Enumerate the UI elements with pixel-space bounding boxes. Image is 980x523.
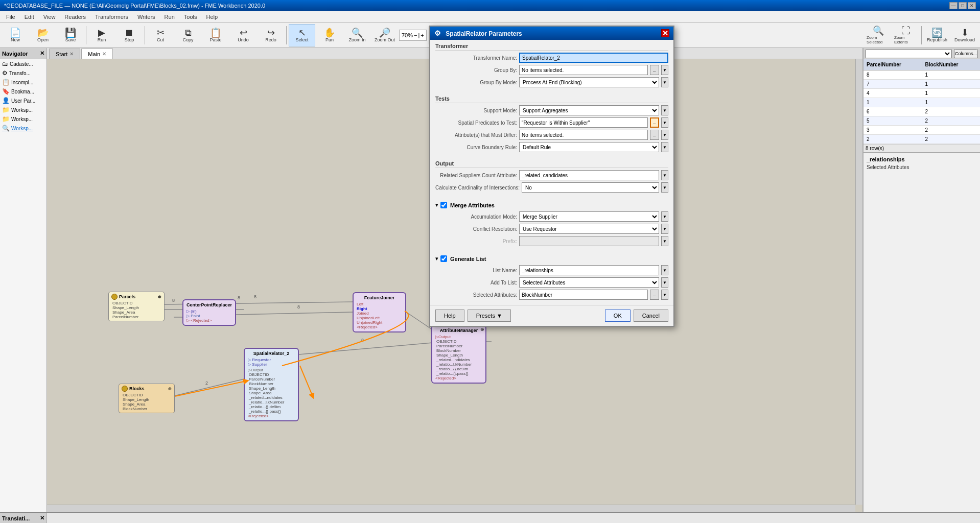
group-by-browse-button[interactable]: ... [650,65,659,75]
menu-edit[interactable]: Edit [20,13,38,21]
spatial-predicates-browse-button[interactable]: ... [650,117,659,128]
spatial-relator-node[interactable]: SpatialRelator_2 ▷ Requestor ▷ Supplier … [244,348,299,421]
menu-help[interactable]: Help [202,13,222,21]
download-button[interactable]: ⬇ Download [951,24,978,46]
list-name-dropdown[interactable]: ▼ [661,265,668,275]
merge-attributes-checkbox[interactable] [440,202,447,208]
related-suppliers-dropdown[interactable]: ▼ [661,170,668,180]
selected-attributes-browse-button[interactable]: ... [650,290,659,300]
feature-joiner-node[interactable]: FeatureJoiner Left Right Joined Unjoined… [353,292,406,332]
tab-main-close[interactable]: ✕ [102,51,106,57]
curve-boundary-dropdown[interactable]: ▼ [661,142,668,152]
horizontal-scrollbar[interactable] [47,505,855,512]
menu-tools[interactable]: Tools [180,13,201,21]
new-button[interactable]: 📄 New [2,24,29,46]
cancel-button[interactable]: Cancel [634,310,668,322]
add-to-list-select[interactable]: Selected Attributes [519,277,659,288]
group-by-dropdown[interactable]: ▼ [661,65,668,75]
presets-button[interactable]: Presets ▼ [468,310,511,322]
zoom-plus[interactable]: + [421,32,424,38]
help-button[interactable]: Help [435,310,464,322]
table-row[interactable]: 71 [864,80,980,89]
column-select[interactable] [866,49,952,58]
attribute-manager-node[interactable]: AttributeManager ▷Output OBJECTID Parcel… [431,325,486,384]
zoom-in-button[interactable]: 🔍 Zoom In [344,24,370,46]
center-point-replacer-node[interactable]: CenterPointReplacer ▷ (in) ▷ Point ▷ <Re… [182,299,236,326]
menu-view[interactable]: View [39,13,60,21]
zoom-slider[interactable]: | [418,32,419,38]
col-header-parcelnumber[interactable]: ParcelNumber [864,61,922,68]
table-row[interactable]: 81 [864,70,980,80]
prefix-dropdown[interactable]: ▼ [661,236,668,246]
nav-item-user-params[interactable]: 👤 User Par... [0,96,46,105]
list-name-input[interactable] [519,265,659,275]
table-row[interactable]: 41 [864,89,980,98]
minimize-button[interactable]: — [949,2,958,9]
selected-attributes-input[interactable] [519,290,648,300]
blocks-node[interactable]: Blocks ⊕ OBJECTID Shape_Length Shape_Are… [119,384,175,413]
generate-list-expand[interactable]: ▾ [435,255,438,262]
select-button[interactable]: ↖ Select [289,24,315,46]
paste-button[interactable]: 📋 Paste [202,24,229,46]
zoom-selected-button[interactable]: 🔍 Zoom Selected [865,24,892,46]
translation-close[interactable]: ✕ [40,515,44,521]
tab-start[interactable]: Start ✕ [49,49,80,59]
zoom-out-button[interactable]: 🔎 Zoom Out [371,24,398,46]
calc-cardinality-select[interactable]: No [522,182,659,193]
parcels-node[interactable]: Parcels ⊕ OBJECTID Shape_Length Shape_Ar… [108,292,165,321]
calc-cardinality-dropdown[interactable]: ▼ [661,182,668,193]
spatial-predicates-dropdown[interactable]: ▼ [661,117,668,128]
tab-start-close[interactable]: ✕ [69,51,74,57]
redo-button[interactable]: ↪ Redo [258,24,284,46]
stop-button[interactable]: ⏹ Stop [116,24,143,46]
accumulation-mode-dropdown[interactable]: ▼ [661,211,668,222]
zoom-extents-button[interactable]: ⛶ Zoom Extents [893,24,919,46]
curve-boundary-select[interactable]: Default Rule [519,142,659,152]
table-row[interactable]: 62 [864,107,980,116]
maximize-button[interactable]: □ [959,2,967,9]
attrs-must-differ-input[interactable] [519,130,648,140]
accumulation-mode-select[interactable]: Merge Supplier [519,211,659,222]
group-by-mode-select[interactable]: Process At End (Blocking) [519,77,659,87]
selected-attributes-dropdown[interactable]: ▼ [661,290,668,300]
menu-writers[interactable]: Writers [133,13,159,21]
nav-item-bookmarks[interactable]: 🔖 Bookma... [0,87,46,96]
cut-button[interactable]: ✂ Cut [147,24,174,46]
group-by-mode-dropdown[interactable]: ▼ [661,77,668,87]
undo-button[interactable]: ↩ Undo [230,24,256,46]
republish-button[interactable]: 🔄 Republish [924,24,950,46]
nav-item-workspace1[interactable]: 📁 Worksp... [0,105,46,114]
nav-item-incomplete[interactable]: 📋 Incompl... [0,78,46,87]
zoom-minus[interactable]: − [414,32,417,38]
conflict-resolution-select[interactable]: Use Requestor [519,224,659,234]
prefix-input[interactable] [519,236,659,246]
group-by-input[interactable] [519,65,648,75]
col-header-blocknumber[interactable]: BlockNumber [922,61,981,68]
attrs-must-differ-dropdown[interactable]: ▼ [661,130,668,140]
table-row[interactable]: 11 [864,98,980,107]
menu-transformers[interactable]: Transformers [91,13,132,21]
navigator-close[interactable]: ✕ [40,50,44,57]
nav-item-workspace3[interactable]: 🔍 Worksp... [0,124,46,133]
columns-button[interactable]: Columns... [954,49,978,58]
related-suppliers-input[interactable] [519,170,659,180]
nav-item-cadasre[interactable]: 🗂 Cadaste... [0,59,46,68]
run-button[interactable]: ▶ Run [88,24,115,46]
tab-main[interactable]: Main ✕ [81,49,113,59]
conflict-resolution-dropdown[interactable]: ▼ [661,224,668,234]
open-button[interactable]: 📂 Open [30,24,56,46]
menu-file[interactable]: File [2,13,19,21]
vertical-scrollbar[interactable] [855,59,862,505]
spatial-predicates-input[interactable] [519,117,648,128]
support-mode-select[interactable]: Support Aggregates [519,105,659,115]
ok-button[interactable]: OK [605,310,631,322]
table-row[interactable]: 22 [864,135,980,144]
transformer-name-input[interactable] [519,53,668,63]
dialog-close-button[interactable]: ✕ [661,29,669,37]
support-mode-dropdown[interactable]: ▼ [661,105,668,115]
nav-item-workspace2[interactable]: 📁 Worksp... [0,114,46,124]
copy-button[interactable]: ⧉ Copy [175,24,201,46]
attrs-must-differ-browse-button[interactable]: ... [650,130,659,140]
menu-run[interactable]: Run [160,13,179,21]
table-row[interactable]: 52 [864,116,980,126]
